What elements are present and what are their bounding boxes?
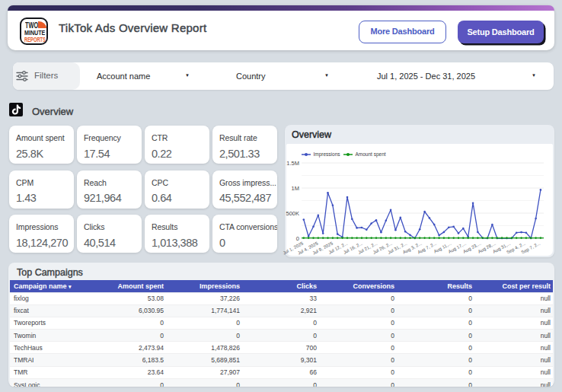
svg-text:500K: 500K — [286, 210, 299, 217]
svg-text:Amount spent: Amount spent — [356, 151, 386, 158]
svg-text:1M: 1M — [292, 185, 299, 192]
svg-text:1.5M: 1.5M — [286, 160, 299, 167]
svg-text:0: 0 — [296, 235, 299, 242]
svg-text:Impressions: Impressions — [314, 151, 341, 158]
